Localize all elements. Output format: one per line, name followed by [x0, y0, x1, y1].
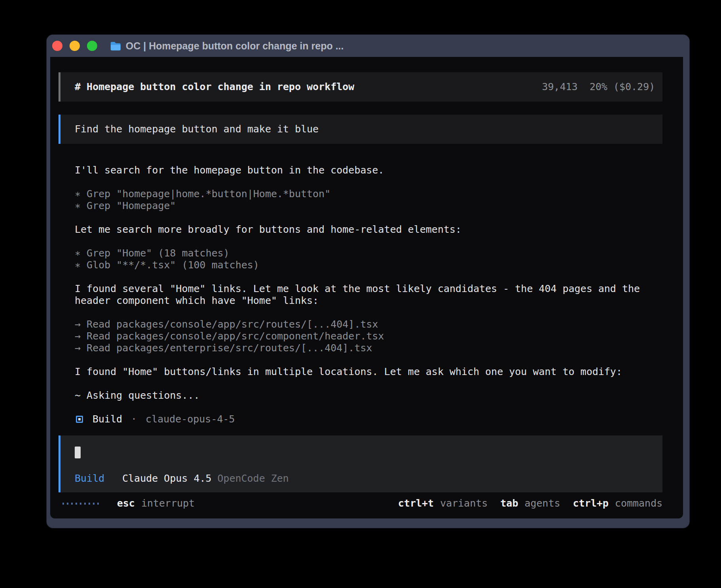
session-token-stats: 39,413 20% ($0.29) — [542, 81, 655, 93]
interrupt-label: interrupt — [141, 498, 194, 509]
status-bar: esc interrupt ctrl+t variants tab agents… — [59, 498, 662, 509]
input-model-label[interactable]: Claude Opus 4.5 — [122, 473, 211, 484]
agent-status-row: Build · claude-opus-4-5 — [59, 413, 662, 425]
commands-label: commands — [615, 498, 662, 509]
agents-label: agents — [525, 498, 560, 509]
hint-agents: tab agents — [500, 498, 560, 509]
tool-call-grep: ∗ Grep "Homepage" — [75, 200, 662, 212]
hint-commands: ctrl+p commands — [573, 498, 662, 509]
progress-dots-spinner — [62, 503, 99, 505]
user-message: Find the homepage button and make it blu… — [59, 115, 662, 144]
minimize-window-button[interactable] — [70, 41, 80, 51]
traffic-lights — [52, 41, 97, 51]
input-provider-label: OpenCode Zen — [217, 473, 289, 484]
user-message-text: Find the homepage button and make it blu… — [75, 123, 319, 135]
assistant-transcript: I'll search for the homepage button in t… — [59, 164, 662, 401]
terminal-window: OC | Homepage button color change in rep… — [47, 35, 689, 528]
assistant-text: Let me search more broadly for buttons a… — [75, 224, 662, 236]
window-title: OC | Homepage button color change in rep… — [126, 40, 344, 52]
interrupt-key: esc — [117, 498, 135, 509]
tool-call-read: → Read packages/console/app/src/routes/[… — [75, 318, 662, 330]
assistant-text: I found several "Home" links. Let me loo… — [75, 283, 662, 307]
window-titlebar[interactable]: OC | Homepage button color change in rep… — [47, 35, 689, 57]
text-cursor — [75, 447, 81, 458]
fullscreen-window-button[interactable] — [87, 41, 97, 51]
assistant-text: I'll search for the homepage button in t… — [75, 164, 662, 176]
agent-model: claude-opus-4-5 — [145, 413, 235, 425]
variants-label: variants — [440, 498, 487, 509]
tool-call-grep: ∗ Grep "Home" (18 matches) — [75, 247, 662, 259]
session-title: # Homepage button color change in repo w… — [75, 81, 354, 93]
agents-key: tab — [500, 498, 518, 509]
build-agent-icon — [76, 416, 83, 423]
agent-name: Build — [92, 413, 122, 425]
prompt-input[interactable]: Build Claude Opus 4.5 OpenCode Zen — [59, 435, 662, 492]
status-left: esc interrupt — [59, 498, 195, 509]
assistant-status: ~ Asking questions... — [75, 390, 662, 401]
tool-call-grep: ∗ Grep "homepage|home.*button|Home.*butt… — [75, 188, 662, 200]
agent-separator: · — [131, 413, 137, 425]
hint-variants: ctrl+t variants — [398, 498, 488, 509]
session-header: # Homepage button color change in repo w… — [59, 72, 662, 102]
tool-call-glob: ∗ Glob "**/*.tsx" (100 matches) — [75, 259, 662, 271]
commands-key: ctrl+p — [573, 498, 608, 509]
folder-icon — [110, 41, 121, 51]
variants-key: ctrl+t — [398, 498, 434, 509]
close-window-button[interactable] — [52, 41, 62, 51]
tool-call-read: → Read packages/enterprise/src/routes/[.… — [75, 342, 662, 354]
input-meta-row: Build Claude Opus 4.5 OpenCode Zen — [75, 473, 655, 484]
tool-call-read: → Read packages/console/app/src/componen… — [75, 330, 662, 342]
terminal-content: # Homepage button color change in repo w… — [50, 57, 683, 518]
assistant-text: I found "Home" buttons/links in multiple… — [75, 366, 662, 378]
status-right: ctrl+t variants tab agents ctrl+p comman… — [398, 498, 662, 509]
input-mode-label[interactable]: Build — [75, 473, 104, 484]
